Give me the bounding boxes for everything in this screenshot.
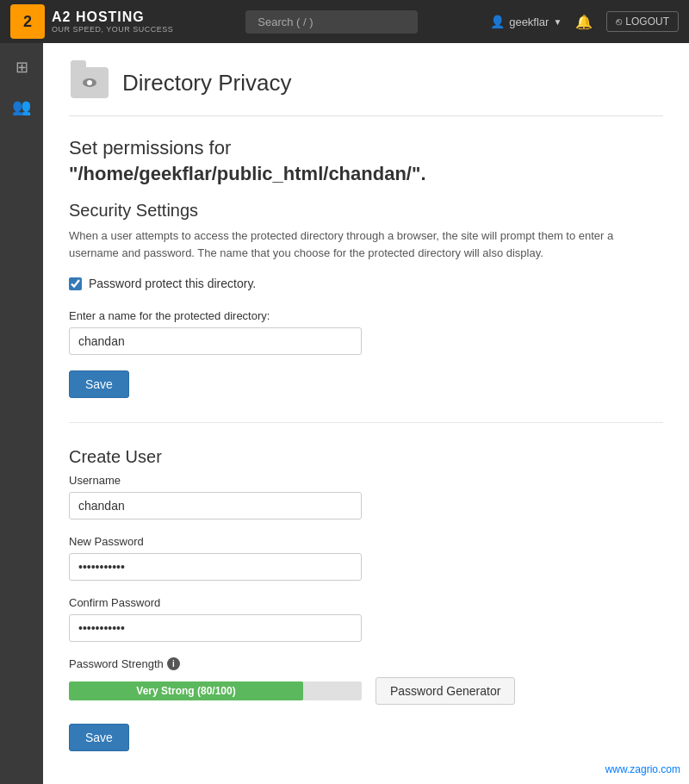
top-nav: 2 A2 HOSTING OUR SPEED, YOUR SUCCESS 👤 g… bbox=[0, 0, 689, 43]
permissions-path: "/home/geekflar/public_html/chandan/". bbox=[69, 163, 663, 185]
password-generator-button[interactable]: Password Generator bbox=[376, 677, 515, 705]
confirm-password-input[interactable] bbox=[69, 614, 362, 642]
divider bbox=[69, 422, 663, 423]
permissions-label: Set permissions for bbox=[69, 137, 663, 159]
username-label: Username bbox=[69, 474, 663, 487]
logo-area: 2 A2 HOSTING OUR SPEED, YOUR SUCCESS bbox=[10, 4, 173, 39]
sidebar-item-users[interactable]: 👥 bbox=[9, 95, 34, 119]
sidebar: ⊞ 👥 bbox=[0, 43, 43, 784]
main-content: Directory Privacy Set permissions for "/… bbox=[43, 43, 689, 784]
security-save-row: Save bbox=[69, 370, 663, 398]
security-save-button[interactable]: Save bbox=[69, 370, 129, 398]
logout-button[interactable]: ⎋ LOGOUT bbox=[606, 11, 679, 32]
user-icon: 👤 bbox=[490, 15, 505, 28]
new-password-input[interactable] bbox=[69, 553, 362, 581]
create-user-save-row: Save bbox=[69, 724, 663, 751]
folder-icon bbox=[69, 64, 110, 102]
dir-name-input[interactable] bbox=[69, 327, 362, 355]
confirm-password-label: Confirm Password bbox=[69, 596, 663, 609]
create-user-save-button[interactable]: Save bbox=[69, 724, 129, 751]
security-description: When a user attempts to access the prote… bbox=[69, 227, 663, 261]
search-bar[interactable] bbox=[182, 10, 481, 34]
chevron-down-icon: ▼ bbox=[553, 17, 562, 27]
logo-icon: 2 bbox=[10, 4, 45, 39]
confirm-password-field-group: Confirm Password bbox=[69, 596, 663, 642]
strength-row: Very Strong (80/100) Password Generator bbox=[69, 677, 663, 705]
dir-name-label: Enter a name for the protected directory… bbox=[69, 309, 663, 322]
search-input[interactable] bbox=[245, 10, 418, 34]
brand-name: A2 HOSTING bbox=[52, 9, 173, 25]
strength-bar-track: Very Strong (80/100) bbox=[69, 681, 362, 700]
password-protect-checkbox[interactable] bbox=[69, 277, 82, 290]
page-header: Directory Privacy bbox=[69, 64, 663, 116]
username-field-group: Username bbox=[69, 474, 663, 520]
logo-text: A2 HOSTING OUR SPEED, YOUR SUCCESS bbox=[52, 9, 173, 34]
strength-bar-fill: Very Strong (80/100) bbox=[69, 681, 303, 700]
strength-label: Password Strength bbox=[69, 657, 164, 670]
dir-name-field-group: Enter a name for the protected directory… bbox=[69, 309, 663, 355]
new-password-label: New Password bbox=[69, 535, 663, 548]
security-section-title: Security Settings bbox=[69, 201, 663, 221]
sidebar-item-grid[interactable]: ⊞ bbox=[9, 55, 34, 79]
bell-icon[interactable]: 🔔 bbox=[575, 14, 593, 30]
page-title: Directory Privacy bbox=[122, 70, 291, 96]
password-protect-row: Password protect this directory. bbox=[69, 277, 663, 290]
user-menu[interactable]: 👤 geekflar ▼ bbox=[490, 15, 562, 28]
info-icon[interactable]: i bbox=[167, 657, 180, 670]
create-user-heading: Create User bbox=[69, 447, 663, 467]
password-strength-group: Password Strength i Very Strong (80/100)… bbox=[69, 657, 663, 705]
password-protect-label[interactable]: Password protect this directory. bbox=[89, 277, 256, 290]
zagrio-link[interactable]: www.zagrio.com bbox=[605, 763, 680, 775]
username: geekflar bbox=[509, 16, 549, 28]
username-input[interactable] bbox=[69, 492, 362, 520]
permissions-heading: Set permissions for "/home/geekflar/publ… bbox=[69, 137, 663, 185]
layout: ⊞ 👥 Directory Privacy Set permissions fo… bbox=[0, 43, 689, 784]
logout-icon: ⎋ bbox=[616, 16, 622, 28]
nav-right: 👤 geekflar ▼ 🔔 ⎋ LOGOUT bbox=[490, 11, 679, 32]
brand-slogan: OUR SPEED, YOUR SUCCESS bbox=[52, 25, 173, 34]
strength-bar-wrap: Very Strong (80/100) bbox=[69, 681, 362, 700]
new-password-field-group: New Password bbox=[69, 535, 663, 581]
